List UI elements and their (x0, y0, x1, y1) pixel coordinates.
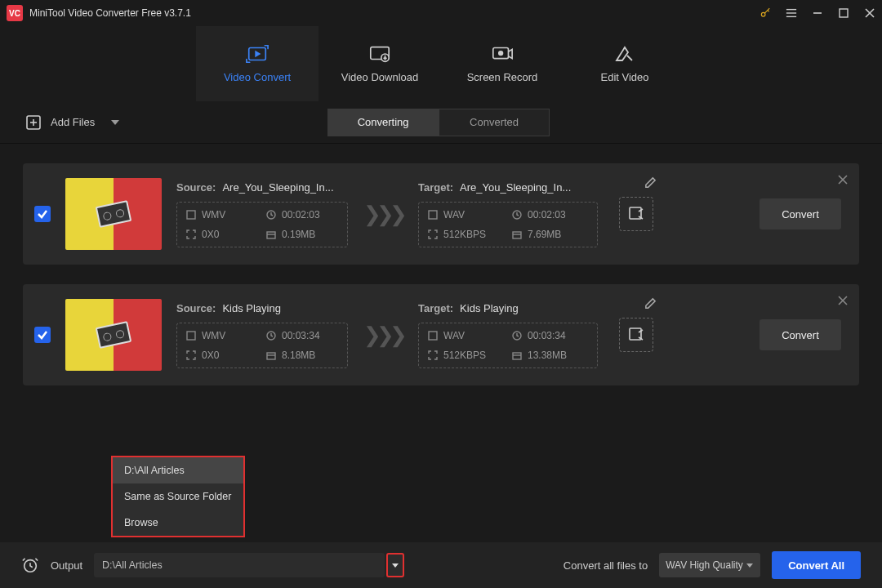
target-label: Target: (418, 302, 453, 314)
edit-target-icon[interactable] (644, 176, 657, 189)
target-label: Target: (418, 181, 453, 194)
source-info: WMV 00:03:34 0X0 8.18MB (176, 323, 348, 368)
target-format: WAV (443, 330, 465, 341)
target-settings-button[interactable] (619, 197, 653, 231)
tab-label: Screen Record (467, 71, 538, 83)
remove-file-icon[interactable] (838, 175, 848, 185)
duration-icon (265, 330, 277, 341)
chevron-down-icon[interactable] (111, 120, 119, 125)
resolution-icon (185, 229, 197, 240)
menu-icon[interactable] (786, 7, 797, 19)
minimize-icon[interactable] (812, 7, 823, 19)
app-logo: VC (7, 5, 23, 21)
target-info: WAV 00:02:03 512KBPS 7.69MB (418, 202, 598, 247)
convert-icon (246, 45, 269, 63)
svg-rect-29 (267, 353, 275, 359)
svg-point-13 (499, 51, 503, 55)
source-duration: 00:03:34 (282, 330, 320, 341)
output-format-select[interactable]: WAV High Quality (659, 553, 760, 577)
svg-rect-18 (187, 211, 195, 219)
convert-all-label: Convert all files to (564, 559, 648, 572)
convert-button[interactable]: Convert (760, 319, 841, 350)
svg-marker-17 (111, 120, 119, 125)
svg-rect-5 (840, 9, 848, 17)
output-path-field[interactable]: D:\All Articles (94, 553, 385, 577)
target-info: WAV 00:03:34 512KBPS 13.38MB (418, 323, 598, 368)
edit-target-icon[interactable] (644, 297, 657, 310)
output-menu-item[interactable]: Browse (113, 510, 243, 536)
source-filename: Kids Playing (222, 302, 281, 314)
source-info: WMV 00:02:03 0X0 0.19MB (176, 202, 348, 247)
source-size: 8.18MB (282, 350, 315, 361)
tab-video-convert[interactable]: Video Convert (196, 26, 318, 101)
add-files-button[interactable]: Add Files (26, 115, 119, 130)
add-files-label: Add Files (51, 116, 95, 128)
remove-file-icon[interactable] (838, 296, 848, 305)
app-title: MiniTool Video Converter Free v3.7.1 (29, 7, 760, 19)
maximize-icon[interactable] (838, 7, 849, 19)
download-icon (368, 45, 391, 63)
size-icon (265, 229, 277, 240)
main-tabs: Video Convert Video Download Screen Reco… (0, 26, 882, 101)
tab-screen-record[interactable]: Screen Record (441, 26, 564, 101)
arrow-icon: ❯❯❯ (363, 202, 403, 227)
arrow-icon: ❯❯❯ (363, 323, 403, 348)
tab-label: Edit Video (600, 71, 648, 83)
edit-icon (613, 45, 636, 63)
target-size: 7.69MB (528, 229, 561, 240)
output-menu-item[interactable]: Same as Source Folder (113, 483, 243, 510)
tab-label: Video Download (341, 71, 418, 83)
file-row: Source:Are_You_Sleeping_In... WMV 00:02:… (23, 163, 859, 265)
size-icon (511, 229, 523, 240)
source-duration: 00:02:03 (282, 209, 320, 220)
file-row: Source:Kids Playing WMV 00:03:34 0X0 8.1… (23, 284, 859, 385)
file-list: Source:Are_You_Sleeping_In... WMV 00:02:… (0, 144, 882, 385)
source-resolution: 0X0 (202, 229, 219, 240)
convert-button[interactable]: Convert (760, 198, 841, 229)
schedule-icon[interactable] (21, 556, 39, 574)
format-icon (427, 209, 439, 220)
format-icon (185, 330, 197, 341)
sub-tabs: Converting Converted (327, 109, 550, 136)
size-icon (265, 350, 277, 361)
toolbar: Add Files Converting Converted (0, 101, 882, 144)
subtab-converting[interactable]: Converting (327, 109, 439, 136)
format-icon (185, 209, 197, 220)
add-files-icon (26, 115, 41, 130)
output-path-dropdown-button[interactable] (386, 553, 404, 577)
tab-label: Video Convert (224, 71, 291, 83)
duration-icon (265, 209, 277, 220)
source-format: WMV (202, 330, 225, 341)
target-bitrate: 512KBPS (443, 229, 486, 240)
bitrate-icon (427, 350, 439, 361)
output-menu-item[interactable]: D:\All Articles (113, 457, 243, 483)
duration-icon (511, 330, 523, 341)
source-size: 0.19MB (282, 229, 315, 240)
target-format: WAV (443, 209, 465, 220)
close-icon[interactable] (864, 7, 875, 19)
file-checkbox[interactable] (34, 206, 51, 222)
target-filename: Kids Playing (460, 302, 519, 314)
output-path-menu[interactable]: D:\All ArticlesSame as Source FolderBrow… (111, 456, 245, 537)
svg-marker-37 (392, 564, 399, 568)
file-checkbox[interactable] (34, 327, 51, 343)
source-label: Source: (176, 302, 216, 314)
file-thumbnail (65, 178, 162, 250)
resolution-icon (185, 350, 197, 361)
source-filename: Are_You_Sleeping_In... (222, 181, 333, 194)
svg-rect-23 (513, 232, 521, 238)
key-icon[interactable] (760, 7, 771, 19)
target-duration: 00:02:03 (528, 209, 566, 220)
tab-edit-video[interactable]: Edit Video (564, 26, 686, 101)
target-settings-button[interactable] (619, 318, 653, 352)
source-format: WMV (202, 209, 225, 220)
record-icon (491, 45, 514, 63)
subtab-converted[interactable]: Converted (439, 109, 550, 136)
tab-video-download[interactable]: Video Download (318, 26, 441, 101)
convert-all-button[interactable]: Convert All (772, 551, 861, 579)
svg-rect-30 (429, 332, 437, 340)
title-bar: VC MiniTool Video Converter Free v3.7.1 (0, 0, 882, 26)
svg-marker-38 (746, 564, 753, 568)
format-value: WAV High Quality (666, 559, 743, 571)
bottom-bar: Output D:\All Articles Convert all files… (0, 542, 882, 588)
